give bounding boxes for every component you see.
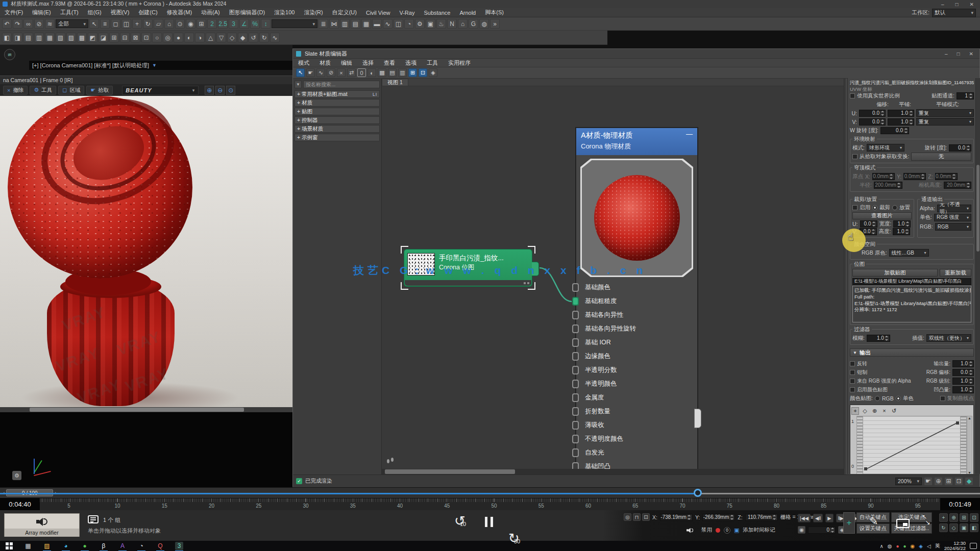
slate-pan-icon[interactable]: ☛ (924, 477, 933, 486)
alpha-dropdown[interactable]: 无（不透明） (937, 205, 971, 212)
plugin-n-icon[interactable]: N (447, 19, 457, 29)
hide-unused-nodeslots-icon[interactable]: 0 (357, 68, 366, 77)
viewport-orbit-icon[interactable]: ↻ (939, 523, 948, 532)
menu-item[interactable]: Civil View (361, 8, 395, 17)
media-player-icon[interactable]: ◔ (137, 542, 145, 550)
move-point-icon[interactable]: + (851, 407, 859, 415)
slot-socket[interactable] (572, 448, 579, 457)
shade-toggle-icon[interactable]: ● (174, 33, 183, 42)
blur-field[interactable]: 1.0 (867, 335, 890, 342)
down-vector-icon[interactable]: ▽ (216, 33, 226, 42)
u-tiling-field[interactable]: 1.0 (888, 110, 914, 117)
plugin-g-icon[interactable]: G (469, 19, 478, 29)
rect-selection-region-icon[interactable]: ◻ (111, 19, 120, 29)
tray-record-icon[interactable]: ● (896, 543, 899, 549)
colormap-mono-radio[interactable] (896, 396, 901, 401)
scene-explorer-icon[interactable]: ▤ (351, 19, 360, 29)
search-input[interactable]: 按名称搜索... (303, 81, 380, 88)
slot-socket[interactable] (572, 324, 579, 333)
dome-z-field[interactable]: 0.0mm (935, 173, 958, 180)
slot-socket[interactable] (572, 352, 579, 361)
soft-selection-icon[interactable]: ∿ (270, 33, 280, 42)
output-checkbox[interactable] (850, 387, 855, 392)
viewport-scrollbar[interactable] (0, 407, 292, 412)
menu-item[interactable]: V-Ray (395, 8, 419, 17)
render-element-dropdown[interactable]: BEAUTY (122, 86, 199, 95)
select-scale-icon[interactable]: ▱ (154, 19, 163, 29)
mono-dropdown[interactable]: RGB 强度 (934, 214, 971, 221)
menu-item[interactable]: Substance (419, 8, 455, 17)
measure-icon[interactable]: ▨ (66, 33, 76, 42)
menu-item[interactable]: 视图(V) (106, 8, 134, 17)
reset-curve-icon[interactable]: ↺ (890, 407, 898, 415)
slate-zoom-icon[interactable]: ⊕ (934, 477, 943, 486)
v-offset-field[interactable]: 0.0 (859, 118, 886, 126)
select-place-icon[interactable]: ⌂ (164, 19, 174, 29)
tray-green-icon[interactable]: ● (903, 543, 906, 549)
material-slot-row[interactable]: 折射数量 (576, 405, 697, 418)
slot-socket[interactable] (572, 435, 579, 443)
angle-snap-icon[interactable]: ∠ (239, 19, 249, 29)
bitmap-path-field[interactable]: E:\1-模型\1-场景模型 Library\Map\黑白贴图\手印黑白 (852, 278, 971, 285)
dome-radius-field[interactable]: 200.0mm (874, 182, 902, 189)
notification-icon[interactable] (970, 543, 977, 549)
rgb-primaries-dropdown[interactable]: 线性…GB (889, 249, 929, 257)
real-world-scale-checkbox[interactable] (850, 93, 855, 98)
load-bitmap-button[interactable]: 加载贴图 (852, 269, 938, 277)
start-button[interactable] (5, 542, 13, 550)
v-tiling-field[interactable]: 1.0 (888, 118, 914, 126)
curve-vscroll[interactable]: ▲▼ (967, 416, 972, 474)
material-node[interactable]: A材质-物理材质 Corona 物理材质 — 基础颜色基础粗糙度基础各向异性基础… (576, 128, 698, 469)
filter-funnel-icon[interactable]: ▼ (152, 63, 157, 68)
browser-group-bar[interactable]: + 控制器 (295, 116, 380, 124)
material-slot-row[interactable]: 基础粗糙度 (576, 294, 697, 308)
pick-transform-checkbox[interactable] (852, 154, 857, 159)
camera-label-text[interactable]: [+] [Corona Camera001] [标准*] [默认明暗处理] (32, 62, 149, 69)
crop-w-field[interactable]: 1.0 (893, 220, 911, 228)
slate-pan-mode-icon[interactable]: ◆ (965, 477, 973, 486)
use-pivot-center-icon[interactable]: ⊙ (175, 19, 185, 29)
interp-dropdown[interactable]: 双线性（更快） (926, 334, 971, 342)
menu-item[interactable]: Arnold (455, 8, 480, 17)
view-undo-icon[interactable]: ↺ (249, 33, 258, 42)
move-children-icon[interactable]: ⇄ (347, 68, 356, 77)
slot-socket[interactable] (572, 311, 579, 319)
ribbon-icon[interactable]: ▬ (372, 19, 382, 29)
render-setup-icon[interactable]: ⚙ (415, 19, 425, 29)
slate-menu-item[interactable]: 实用程序 (443, 59, 476, 67)
parameter-node-name[interactable]: 污渍_指纹污渍污垢_脏旧破损指纹涂抹划痕贴图ID_1146793585▼ (850, 79, 974, 86)
select-manipulate-icon[interactable]: ◉ (186, 19, 195, 29)
menu-item[interactable]: 文件(F) (0, 8, 28, 17)
material-slot-row[interactable]: 基础凹凸 (576, 460, 697, 469)
pick-button[interactable]: ☛拾取 (86, 86, 113, 95)
viewport-dolly-icon[interactable]: ◇ (949, 523, 958, 532)
curve-point-start[interactable] (864, 467, 867, 470)
crop-enable-checkbox[interactable] (852, 205, 857, 210)
material-slot-row[interactable]: 半透明分数 (576, 363, 697, 377)
slate-menu-item[interactable]: 编辑 (336, 59, 357, 67)
y-coord-field[interactable]: -266.39mm (702, 514, 735, 521)
up-vector-icon[interactable]: △ (206, 33, 215, 42)
pick-object-button[interactable]: 无 (911, 153, 971, 161)
map-channel-field[interactable]: 1 (957, 92, 974, 99)
file-explorer-icon[interactable]: ▨ (43, 542, 51, 550)
material-slot-row[interactable]: 金属度 (576, 391, 697, 405)
plugin-arrow-icon[interactable]: » (490, 19, 500, 29)
select-move-icon[interactable]: + (132, 19, 142, 29)
gear-icon[interactable]: ⚙ (12, 471, 21, 480)
add-point-icon[interactable]: ⊕ (871, 407, 878, 415)
minimize-button[interactable]: – (941, 2, 944, 7)
slate-menu-item[interactable]: 查看 (379, 59, 400, 67)
slot-socket[interactable] (572, 393, 579, 402)
menu-item[interactable]: 自定义(U) (328, 8, 361, 17)
viewport-maximize-icon[interactable]: ▣ (960, 523, 968, 532)
nodeview-scrollbar[interactable] (382, 469, 844, 474)
w-rotate-field[interactable]: 0.0 (880, 127, 909, 134)
target-tool-icon[interactable]: ◎ (163, 33, 173, 42)
material-slot-row[interactable]: 薄吸收 (576, 418, 697, 432)
env-mode-dropdown[interactable]: 球形环境 (867, 144, 904, 152)
plugin-home-icon[interactable]: ⌂ (458, 19, 468, 29)
mirror-tool-icon[interactable]: ◨ (13, 33, 22, 42)
view-redo-icon[interactable]: ↻ (259, 33, 269, 42)
slot-socket[interactable] (572, 297, 579, 306)
